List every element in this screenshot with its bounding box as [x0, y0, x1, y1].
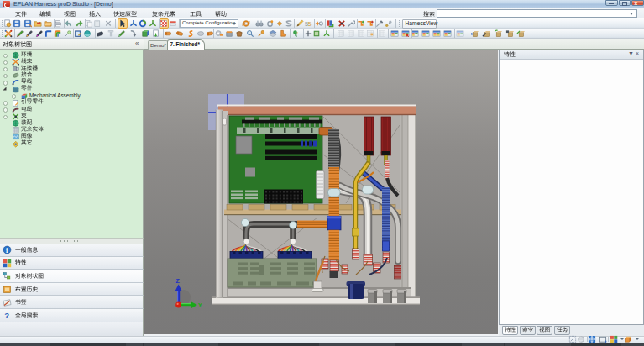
svg-text:Y: Y — [198, 302, 202, 308]
svg-text:?: ? — [4, 311, 9, 320]
svg-text:Z: Z — [176, 278, 181, 284]
svg-text:5: 5 — [308, 20, 312, 28]
